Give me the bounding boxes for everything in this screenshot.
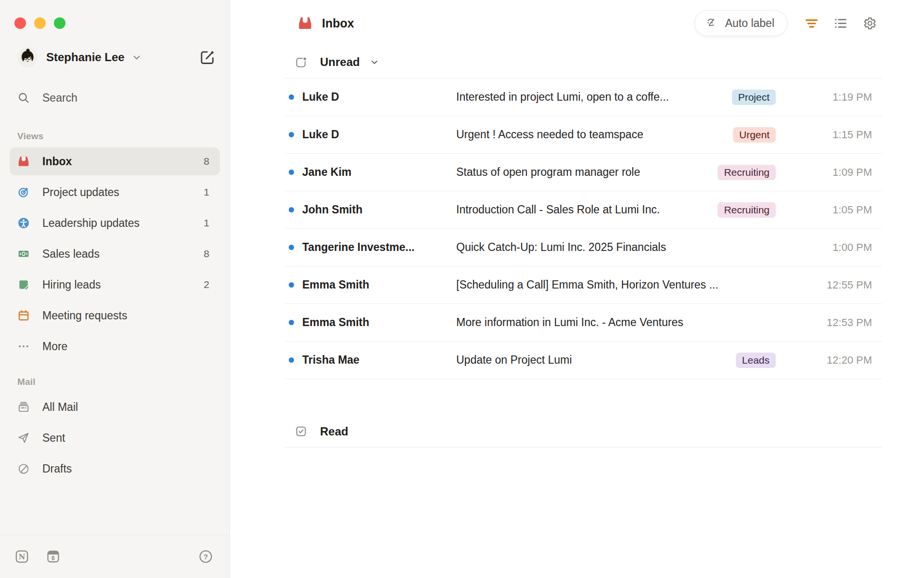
user-row: Stephanie Lee (17, 47, 216, 67)
sidebar-item-sales-leads[interactable]: Sales leads8 (10, 240, 220, 268)
sidebar-item-label: Meeting requests (42, 309, 127, 322)
sidebar-item-label: Inbox (42, 155, 72, 168)
unread-dot (289, 207, 294, 212)
sidebar-item-label: Sent (42, 432, 65, 445)
target-icon (17, 186, 30, 198)
sidebar-item-inbox[interactable]: Inbox8 (10, 147, 220, 175)
auto-label-label: Auto label (725, 17, 774, 30)
sidebar-item-label: Project updates (42, 186, 119, 199)
notion-logo: N (14, 549, 29, 564)
unread-section-title: Unread (320, 55, 360, 69)
sidebar-item-more[interactable]: More (10, 332, 220, 360)
sidebar-item-label: Sales leads (42, 248, 100, 261)
svg-text:?: ? (204, 552, 208, 561)
calendar-app-button[interactable]: 6 (46, 549, 61, 564)
sidebar-item-all-mail[interactable]: All Mail (10, 393, 220, 421)
main-header: Inbox Auto label (230, 0, 924, 46)
gear-icon (862, 16, 877, 31)
title-group: Inbox (297, 15, 354, 31)
email-row[interactable]: John SmithIntroduction Call - Sales Role… (285, 191, 882, 229)
accessibility-icon (17, 217, 30, 229)
sidebar-section-label-views: Views (17, 131, 230, 142)
email-row[interactable]: Emma Smith[Scheduling a Call] Emma Smith… (285, 266, 882, 304)
chevron-down-icon (131, 52, 142, 63)
chevron-down-icon (370, 57, 379, 67)
unread-count-badge: 8 (204, 156, 209, 167)
email-tag: Recruiting (718, 165, 776, 180)
sidebar-item-label: Leadership updates (42, 217, 140, 230)
email-row[interactable]: Trisha MaeUpdate on Project LumiLeads12:… (285, 342, 882, 379)
email-sender: Emma Smith (302, 278, 456, 291)
settings-button[interactable] (862, 16, 877, 31)
email-sender: John Smith (302, 203, 456, 216)
email-sender: Trisha Mae (302, 354, 456, 367)
auto-label-icon (706, 16, 719, 30)
email-subject: Urgent ! Access needed to teamspace (456, 128, 733, 141)
email-time: 1:00 PM (776, 241, 872, 254)
unread-icon (295, 56, 308, 69)
email-subject: [Scheduling a Call] Emma Smith, Horizon … (456, 278, 776, 291)
email-sender: Luke D (302, 128, 456, 141)
account-switcher-button[interactable]: Stephanie Lee (38, 51, 142, 64)
read-section-header[interactable]: Read (285, 416, 882, 447)
compose-button[interactable] (199, 49, 216, 66)
sidebar: Stephanie Lee (0, 0, 230, 578)
email-tag: Recruiting (718, 202, 776, 218)
sidebar-item-label: Drafts (42, 462, 72, 475)
sidebar-item-hiring-leads[interactable]: Hiring leads2 (10, 271, 220, 299)
help-icon: ? (198, 549, 213, 564)
window-controls (0, 0, 230, 29)
drafts-icon (17, 462, 30, 475)
mail-app-window: Stephanie Lee (0, 0, 924, 578)
zoom-window-button[interactable] (54, 17, 65, 29)
email-row[interactable]: Jane KimStatus of open program manager r… (285, 154, 882, 191)
avatar[interactable] (17, 47, 38, 67)
email-row[interactable]: Tangerine Investme...Quick Catch-Up: Lum… (285, 229, 882, 266)
list-view-icon (833, 16, 848, 31)
search-button[interactable]: Search (10, 84, 220, 112)
calendar-icon (17, 309, 30, 322)
email-tag: Leads (736, 353, 776, 368)
email-time: 12:53 PM (776, 316, 872, 329)
email-subject: Introduction Call - Sales Role at Lumi I… (456, 203, 718, 216)
unread-count-badge: 1 (204, 217, 209, 229)
sidebar-item-sent[interactable]: Sent (10, 424, 220, 452)
unread-section-header[interactable]: Unread (285, 46, 882, 79)
filter-icon (804, 16, 819, 31)
email-list: Luke DInterested in project Lumi, open t… (285, 79, 882, 379)
svg-text:6: 6 (51, 555, 55, 562)
header-actions: Auto label (694, 10, 877, 36)
main-area: Inbox Auto label (230, 0, 924, 578)
banknote-icon (17, 248, 30, 260)
notion-app-button[interactable]: N (14, 549, 29, 564)
minimize-window-button[interactable] (34, 17, 46, 29)
unread-dot (289, 94, 294, 100)
email-row[interactable]: Emma SmithMore information in Lumi Inc. … (285, 304, 882, 342)
filter-button[interactable] (804, 16, 819, 31)
unread-count-badge: 8 (204, 248, 209, 260)
sidebar-item-label: All Mail (42, 401, 78, 414)
unread-dot (289, 170, 294, 175)
email-time: 1:19 PM (776, 91, 872, 104)
sidebar-item-meeting-requests[interactable]: Meeting requests (10, 302, 220, 329)
display-options-button[interactable] (833, 16, 848, 31)
sidebar-footer: N 6 ? (0, 535, 230, 578)
svg-text:N: N (19, 552, 26, 561)
email-subject: Quick Catch-Up: Lumi Inc. 2025 Financial… (456, 241, 776, 254)
sticker-icon (17, 278, 30, 291)
compose-icon (199, 49, 216, 66)
close-window-button[interactable] (14, 17, 26, 29)
sidebar-item-leadership-updates[interactable]: Leadership updates1 (10, 209, 220, 237)
unread-dot (289, 357, 294, 363)
auto-label-button[interactable]: Auto label (694, 10, 787, 36)
email-sender: Luke D (302, 91, 456, 104)
sidebar-item-project-updates[interactable]: Project updates1 (10, 178, 220, 206)
email-tag: Project (732, 90, 776, 105)
email-subject: Update on Project Lumi (456, 354, 736, 367)
sidebar-item-drafts[interactable]: Drafts (10, 455, 220, 483)
email-row[interactable]: Luke DUrgent ! Access needed to teamspac… (285, 116, 882, 154)
help-button[interactable]: ? (198, 549, 213, 564)
page-title: Inbox (322, 16, 354, 30)
unread-dot (289, 320, 294, 325)
email-row[interactable]: Luke DInterested in project Lumi, open t… (285, 79, 882, 116)
